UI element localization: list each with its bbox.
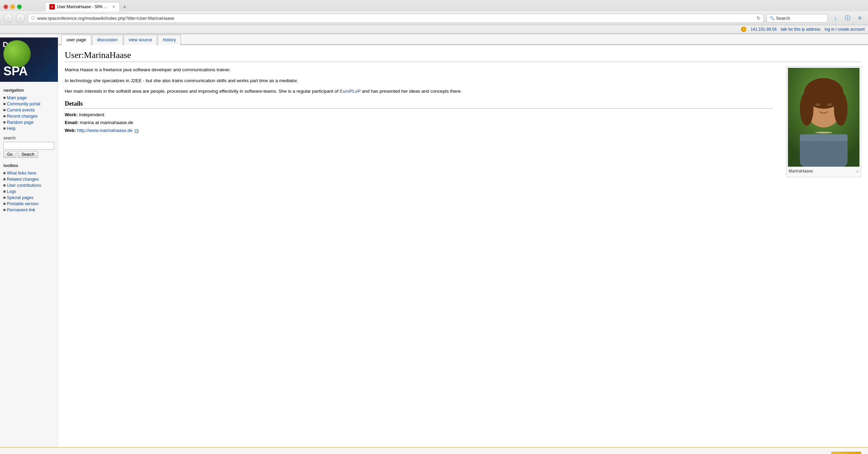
sidebar-item-logs[interactable]: Logs (3, 188, 54, 195)
sidebar-item-main-page[interactable]: Main page (3, 95, 54, 101)
bullet-icon (3, 115, 5, 117)
paragraph-2: In technology she specializes in J2EE - … (65, 77, 773, 85)
community-portal-link[interactable]: Community portal (7, 102, 40, 106)
content-tabs: user page discussion view source history (58, 34, 868, 45)
tab-history[interactable]: history (158, 35, 181, 45)
maximize-button[interactable]: + (17, 4, 22, 9)
permanent-link-link[interactable]: Permanent link (7, 208, 35, 212)
browser-search-bar[interactable]: 🔍 Search (766, 14, 828, 22)
profile-image (788, 68, 859, 167)
main-content: Marina Haase is a freelance java softwar… (65, 66, 773, 177)
active-tab[interactable]: S User:MarinaHaase - SPA Wiki ✕ (45, 2, 120, 11)
email-value: marina at marinahaase.de (80, 120, 133, 125)
sidebar-item-printable-version[interactable]: Printable version (3, 201, 54, 207)
forward-button[interactable]: › (16, 13, 25, 23)
bullet-icon (3, 127, 5, 130)
page-title: User:MarinaHaase (65, 50, 861, 62)
bullet-icon (3, 121, 5, 123)
minimize-button[interactable]: − (10, 4, 15, 9)
svg-point-6 (816, 103, 820, 106)
lock-icon: ⓘ (31, 15, 35, 21)
web-link[interactable]: http://www.marinahaase.de (77, 128, 133, 133)
sidebar-item-what-links-here[interactable]: What links here (3, 170, 54, 176)
bullet-icon (3, 197, 5, 199)
logs-link[interactable]: Logs (7, 189, 16, 194)
navigation-bar: ‹ › ⓘ www.spaconference.org/mediawiki/in… (0, 11, 868, 25)
toolbox-title: toolbox (3, 163, 54, 168)
toolbox-section: toolbox What links here Related changes … (0, 161, 58, 214)
ip-icon: i (741, 27, 746, 32)
tab-discussion[interactable]: discussion (92, 35, 123, 45)
tab-user-page[interactable]: user page (61, 35, 91, 45)
content-body: User:MarinaHaase Marina Haase is a freel… (58, 45, 868, 182)
sidebar-item-user-contributions[interactable]: User contributions (3, 182, 54, 188)
details-heading: Details (65, 100, 773, 109)
special-pages-link[interactable]: Special pages (7, 195, 34, 200)
sidebar-item-random-page[interactable]: Random page (3, 119, 54, 125)
new-tab-button[interactable]: + (121, 3, 129, 11)
browser-search-text: Search (776, 16, 790, 21)
help-link[interactable]: Help (7, 126, 16, 131)
sidebar-item-special-pages[interactable]: Special pages (3, 195, 54, 201)
navigation-section: navigation Main page Community portal Cu… (0, 85, 58, 133)
logo-circle (3, 40, 31, 67)
tab-close-button[interactable]: ✕ (112, 4, 115, 9)
current-events-link[interactable]: Current events (7, 108, 35, 112)
sidebar-item-recent-changes[interactable]: Recent changes (3, 113, 54, 119)
sidebar-item-current-events[interactable]: Current events (3, 107, 54, 113)
site-logo: DCS SPA (0, 37, 58, 82)
search-label: search (3, 136, 54, 140)
traffic-lights: ✕ − + (3, 4, 22, 9)
info-icon[interactable]: ⓘ (843, 13, 852, 23)
search-section: search Go Search (0, 133, 58, 161)
sidebar-item-community-portal[interactable]: Community portal (3, 101, 54, 107)
bullet-icon (3, 172, 5, 174)
search-input[interactable] (3, 142, 54, 150)
email-label: Email: (65, 120, 79, 125)
svg-point-4 (800, 92, 813, 126)
go-button[interactable]: Go (3, 151, 16, 158)
reload-button[interactable]: ↻ (757, 15, 761, 21)
tab-view-source[interactable]: view source (124, 35, 157, 45)
recent-changes-link[interactable]: Recent changes (7, 114, 37, 119)
related-changes-link[interactable]: Related changes (7, 177, 39, 182)
bullet-icon (3, 178, 5, 180)
sidebar-item-related-changes[interactable]: Related changes (3, 176, 54, 182)
work-value: independent (79, 112, 104, 117)
search-icon: 🔍 (770, 16, 775, 20)
back-button[interactable]: ‹ (3, 13, 13, 23)
title-bar: ✕ − + S User:MarinaHaase - SPA Wiki ✕ + (0, 0, 868, 11)
page-wrapper: DCS SPA navigation Main page Community p… (0, 34, 868, 447)
browser-actions: ↓ ⓘ ≡ (831, 13, 865, 23)
printable-version-link[interactable]: Printable version (7, 201, 38, 206)
menu-icon[interactable]: ≡ (855, 13, 865, 23)
sidebar-item-permanent-link[interactable]: Permanent link (3, 207, 54, 213)
download-icon[interactable]: ↓ (831, 13, 840, 23)
what-links-here-link[interactable]: What links here (7, 171, 36, 176)
bullet-icon (3, 97, 5, 99)
close-button[interactable]: ✕ (3, 4, 8, 9)
svg-rect-9 (800, 134, 848, 141)
address-bar[interactable]: ⓘ www.spaconference.org/mediawiki/index.… (28, 14, 764, 23)
main-page-link[interactable]: Main page (7, 95, 27, 100)
image-expand-button[interactable]: ⤢ (856, 169, 859, 173)
ip-address[interactable]: 141.101.99.56 (750, 27, 777, 32)
svg-point-5 (834, 92, 848, 126)
web-row: Web: http://www.marinahaase.de ↗ (65, 128, 773, 133)
random-page-link[interactable]: Random page (7, 120, 34, 125)
image-caption: MarinaHaase (789, 168, 813, 175)
talk-link[interactable]: talk for this ip address (781, 27, 821, 32)
sidebar: DCS SPA navigation Main page Community p… (0, 34, 58, 447)
sidebar-item-help[interactable]: Help (3, 125, 54, 132)
svg-point-7 (827, 103, 832, 106)
work-label: Work: (65, 112, 78, 117)
web-label: Web: (65, 128, 76, 133)
content-text: Marina Haase is a freelance java softwar… (65, 66, 773, 95)
bullet-icon (3, 203, 5, 205)
bullet-icon (3, 191, 5, 193)
search-button[interactable]: Search (18, 151, 38, 158)
europlop-link[interactable]: EuroPLoP (340, 89, 360, 94)
login-link[interactable]: log in / create account (825, 27, 865, 32)
bullet-icon (3, 103, 5, 105)
user-contributions-link[interactable]: User contributions (7, 183, 41, 188)
